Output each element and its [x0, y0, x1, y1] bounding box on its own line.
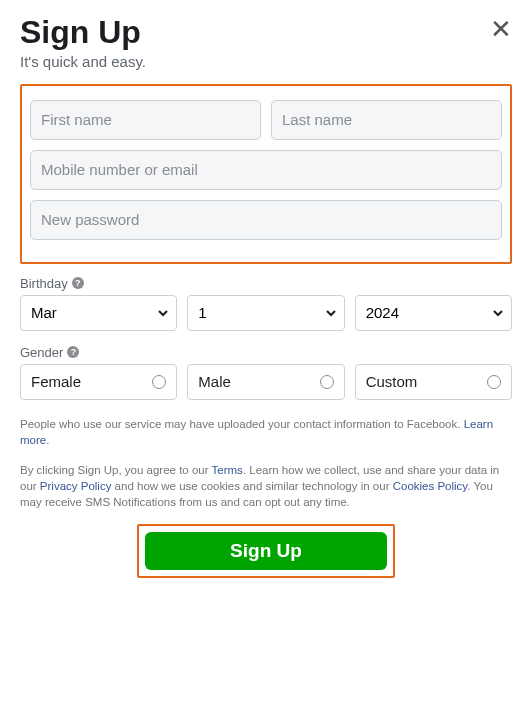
submit-highlight: Sign Up	[137, 524, 395, 578]
gender-label: Gender ?	[20, 345, 512, 360]
gender-label-female: Female	[31, 373, 81, 390]
contact-input[interactable]	[30, 150, 502, 190]
gender-option-female[interactable]: Female	[20, 364, 177, 400]
sign-up-button[interactable]: Sign Up	[145, 532, 387, 570]
birthday-year-select[interactable]: 2024	[355, 295, 512, 331]
help-icon[interactable]: ?	[67, 346, 79, 358]
close-icon[interactable]: ✕	[490, 16, 512, 42]
radio-icon	[487, 375, 501, 389]
radio-icon	[320, 375, 334, 389]
radio-icon	[152, 375, 166, 389]
gender-option-custom[interactable]: Custom	[355, 364, 512, 400]
header: Sign Up It's quick and easy. ✕	[20, 14, 512, 70]
privacy-policy-link[interactable]: Privacy Policy	[40, 480, 112, 492]
password-input[interactable]	[30, 200, 502, 240]
birthday-day-select[interactable]: 1	[187, 295, 344, 331]
gender-option-male[interactable]: Male	[187, 364, 344, 400]
birthday-month-select[interactable]: Mar	[20, 295, 177, 331]
terms-link[interactable]: Terms	[212, 464, 243, 476]
last-name-input[interactable]	[271, 100, 502, 140]
name-contact-group-highlight	[20, 84, 512, 264]
gender-row: Female Male Custom	[20, 364, 512, 400]
birthday-row: Mar 1 2024	[20, 295, 512, 331]
cookies-policy-link[interactable]: Cookies Policy	[393, 480, 468, 492]
disclosure-contact-upload: People who use our service may have uplo…	[20, 416, 512, 448]
page-title: Sign Up	[20, 14, 512, 51]
gender-label-male: Male	[198, 373, 231, 390]
first-name-input[interactable]	[30, 100, 261, 140]
help-icon[interactable]: ?	[72, 277, 84, 289]
disclosure-terms: By clicking Sign Up, you agree to our Te…	[20, 462, 512, 510]
birthday-label: Birthday ?	[20, 276, 512, 291]
page-subtitle: It's quick and easy.	[20, 53, 512, 70]
gender-label-custom: Custom	[366, 373, 418, 390]
